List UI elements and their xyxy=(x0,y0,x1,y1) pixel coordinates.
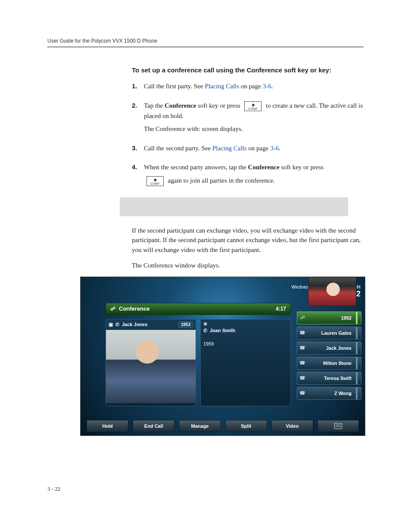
softkey-split[interactable]: Split xyxy=(225,420,267,432)
status-bar-icon xyxy=(356,312,358,324)
contact-icon: ☎ xyxy=(299,375,306,381)
people-icon: ♣ xyxy=(252,103,254,107)
menu-icon xyxy=(334,423,342,429)
step-text: . xyxy=(279,145,280,152)
line-key-label: Milton Stone xyxy=(308,361,352,366)
link-placing-calls[interactable]: Placing Calls xyxy=(205,83,240,90)
body-paragraph: The Conference window displays. xyxy=(132,261,364,271)
step-text: on page xyxy=(239,83,263,90)
contact-icon: ☎ xyxy=(299,390,306,396)
section-title: To set up a conference call using the Co… xyxy=(132,66,364,74)
step-list: 1. Call the first party. See Placing Cal… xyxy=(132,81,364,190)
contact-icon: ☎ xyxy=(299,360,306,366)
line-key-label: Teresa Swift xyxy=(308,376,352,381)
softkey-menu[interactable] xyxy=(318,420,359,432)
self-view-video xyxy=(308,277,356,306)
line-key[interactable]: ☎ Milton Stone xyxy=(297,357,361,370)
status-bar-icon xyxy=(356,387,358,399)
softkey-hold[interactable]: Hold xyxy=(87,420,128,432)
step-number: 1. xyxy=(132,81,144,91)
participant-name: Joan Smith xyxy=(210,328,235,333)
hd-icon: ✲ xyxy=(203,321,207,327)
step-text: Call the first party. See xyxy=(144,83,205,90)
line-key[interactable]: ☎ Z Wong xyxy=(297,387,361,400)
contact-icon: ☎ xyxy=(299,330,306,336)
link-page-ref[interactable]: 3-6 xyxy=(263,83,271,90)
step-text: soft key or press xyxy=(196,102,242,109)
step-3: 3. Call the second party. See Placing Ca… xyxy=(132,143,364,157)
status-bar-icon xyxy=(356,327,358,339)
body-paragraph: If the second participant can exchange v… xyxy=(132,226,364,255)
participant-panel[interactable]: ✲ ✆ Joan Smith 1959 xyxy=(200,319,291,406)
conf-key: ♣ CONF xyxy=(146,176,164,186)
contact-icon: ☎ xyxy=(299,345,306,351)
step-text-bold: Conference xyxy=(165,102,196,109)
note-box xyxy=(120,197,348,216)
conference-icon: ☍ xyxy=(110,306,115,312)
step-1: 1. Call the first party. See Placing Cal… xyxy=(132,81,364,95)
participant-name: Jack Jones xyxy=(122,322,147,327)
conf-key-label: CONF xyxy=(248,107,258,110)
step-text: . xyxy=(271,83,273,90)
running-header: User Guide for the Polycom VVX 1500 D Ph… xyxy=(47,38,364,47)
step-number: 4. xyxy=(132,162,144,172)
hd-icon: ▣ xyxy=(109,322,113,327)
status-bar-icon xyxy=(356,342,358,354)
conference-icon: ☍ xyxy=(299,315,306,320)
conf-key-label: CONF xyxy=(150,182,160,185)
status-bar-icon xyxy=(356,372,358,384)
step-text: Tap the xyxy=(144,102,165,109)
participant-extension: 1959 xyxy=(203,341,214,346)
step-4: 4. When the second party answers, tap th… xyxy=(132,162,364,190)
call-header: ☍ Conference 4:17 xyxy=(106,303,291,315)
line-key[interactable]: ☎ Jack Jones xyxy=(297,342,361,355)
handset-icon: ✆ xyxy=(115,322,119,327)
participant-panel[interactable]: ▣ ✆ Jack Jones 1953 xyxy=(106,319,196,406)
step-text: again to join all parties in the confere… xyxy=(168,177,275,184)
step-text: on page xyxy=(247,145,271,152)
step-text: soft key or press xyxy=(280,164,324,171)
line-list: ☍ 1952 ☎ Lauren Gates ☎ Jack Jones xyxy=(296,309,365,400)
call-header-title: Conference xyxy=(119,305,150,312)
people-icon: ♣ xyxy=(154,177,156,182)
link-placing-calls[interactable]: Placing Calls xyxy=(212,145,247,152)
line-key[interactable]: ☎ Lauren Gates xyxy=(297,327,361,339)
call-duration: 4:17 xyxy=(276,306,286,312)
conf-key: ♣ CONF xyxy=(244,101,262,111)
phone-screenshot: Wednesday, February 4 1:44 PM 1952 ☍ Con… xyxy=(80,277,365,436)
page-number: 3 - 22 xyxy=(47,485,60,492)
step-text: The Conference with: screen displays. xyxy=(144,124,364,134)
link-page-ref[interactable]: 3-6 xyxy=(270,145,279,152)
line-key-label: Z Wong xyxy=(308,391,352,396)
step-text: Call the second party. See xyxy=(144,145,212,152)
step-2: 2. Tap the Conference soft key or press … xyxy=(132,101,364,137)
participant-extension: 1953 xyxy=(178,321,193,328)
step-text: When the second party answers, tap the xyxy=(144,164,248,171)
step-number: 3. xyxy=(132,143,144,153)
line-key-active[interactable]: ☍ 1952 xyxy=(297,311,361,324)
line-key-label: Lauren Gates xyxy=(308,330,352,336)
handset-icon: ✆ xyxy=(203,328,207,333)
step-number: 2. xyxy=(132,101,144,111)
softkey-end-call[interactable]: End Call xyxy=(133,420,174,432)
line-key-label: 1952 xyxy=(308,315,352,320)
line-key[interactable]: ☎ Teresa Swift xyxy=(297,372,361,385)
softkey-video[interactable]: Video xyxy=(271,420,313,432)
softkey-manage[interactable]: Manage xyxy=(179,420,221,432)
participant-video xyxy=(106,330,196,403)
status-bar-icon xyxy=(356,357,358,369)
step-text-bold: Conference xyxy=(248,164,280,171)
line-key-label: Jack Jones xyxy=(308,345,352,351)
